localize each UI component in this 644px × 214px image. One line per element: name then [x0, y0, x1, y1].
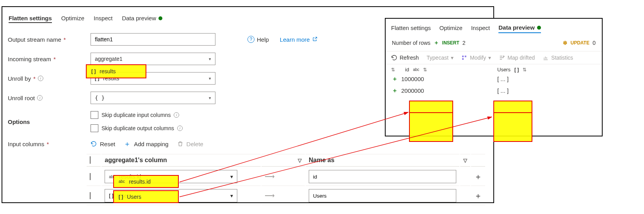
- skip-dup-output-checkbox[interactable]: [91, 124, 98, 132]
- update-icon: ✽: [563, 40, 568, 46]
- input-columns-label: Input columns*: [8, 141, 86, 147]
- chevron-down-icon: ▾: [230, 193, 233, 199]
- data-preview-panel: Flatten settings Optimize Inspect Data p…: [385, 18, 603, 136]
- help-link[interactable]: ? Help: [247, 36, 269, 43]
- name-as-input[interactable]: [309, 189, 456, 202]
- sort-icon[interactable]: ⇅: [391, 67, 402, 73]
- tab-flatten-settings[interactable]: Flatten settings: [9, 15, 52, 23]
- row-checkbox[interactable]: [90, 173, 91, 180]
- cell-users: [ ... ]: [497, 76, 509, 82]
- mapping-table: aggregate1's column ▽ Name as ▽ abc resu…: [86, 153, 486, 206]
- delete-button: Delete: [177, 141, 203, 147]
- output-stream-label: Output stream name*: [8, 36, 86, 43]
- chart-icon: [543, 55, 549, 61]
- tab-data-preview-label: Data preview: [122, 15, 156, 21]
- options-label: Options: [8, 118, 86, 125]
- incoming-stream-select[interactable]: aggregate1 ▾: [91, 53, 215, 65]
- output-stream-input[interactable]: [91, 33, 215, 46]
- highlight-col-users-header: [493, 101, 532, 113]
- chevron-down-icon: ▾: [451, 55, 454, 61]
- svg-rect-0: [462, 56, 464, 57]
- status-dot-icon: [158, 16, 162, 20]
- map-icon: [499, 55, 505, 61]
- unroll-root-select[interactable]: { } ▾: [91, 92, 215, 104]
- cell-users: [ ... ]: [497, 87, 509, 94]
- info-icon: i: [38, 76, 43, 81]
- skip-dup-input-checkbox[interactable]: [91, 111, 98, 119]
- preview-tab-optimize[interactable]: Optimize: [439, 24, 463, 33]
- add-row-button[interactable]: ＋: [471, 187, 485, 205]
- row-checkbox[interactable]: [90, 192, 91, 199]
- unroll-by-value: results: [103, 75, 119, 81]
- modify-icon: [461, 55, 468, 61]
- rows-label: Number of rows: [392, 40, 431, 46]
- array-icon: [ ]: [95, 76, 99, 81]
- learn-more-link[interactable]: Learn more: [280, 36, 318, 43]
- column-header-source[interactable]: aggregate1's column: [101, 154, 261, 167]
- column-header-id[interactable]: id: [405, 67, 409, 73]
- plus-icon: ＋: [124, 139, 131, 149]
- sort-icon[interactable]: ⇅: [423, 67, 427, 73]
- chevron-down-icon: ▾: [230, 173, 233, 180]
- highlight-col-users-body: [493, 113, 532, 142]
- statistics-button[interactable]: Statistics: [543, 55, 573, 61]
- refresh-button[interactable]: Refresh: [391, 55, 419, 61]
- cell-id: 2000000: [401, 87, 475, 94]
- insert-label: INSERT: [442, 40, 459, 46]
- maps-to-arrow-icon: ⟶: [262, 187, 305, 205]
- tab-optimize[interactable]: Optimize: [61, 15, 84, 23]
- reset-button[interactable]: Reset: [91, 141, 115, 147]
- svg-rect-2: [462, 58, 464, 60]
- typecast-button[interactable]: Typecast ▾: [427, 55, 454, 61]
- skip-dup-input-label: Skip duplicate input columns: [101, 112, 171, 118]
- add-mapping-button[interactable]: ＋ Add mapping: [124, 139, 168, 149]
- preview-tab-data-preview[interactable]: Data preview: [498, 24, 541, 33]
- array-icon: [ ]: [109, 193, 113, 198]
- table-row: [ ] Users ▾ ⟶ ＋: [87, 187, 485, 205]
- help-label: Help: [257, 36, 269, 43]
- modify-button[interactable]: Modify ▾: [461, 55, 491, 61]
- tab-data-preview[interactable]: Data preview: [122, 15, 162, 23]
- filter-icon[interactable]: ▽: [262, 154, 305, 167]
- add-mapping-label: Add mapping: [134, 141, 168, 147]
- string-type-icon: abc: [413, 67, 419, 72]
- map-drifted-label: Map drifted: [507, 55, 535, 61]
- map-drifted-button[interactable]: Map drifted: [499, 55, 535, 61]
- unroll-root-label: Unroll root i: [8, 95, 86, 101]
- learn-more-label: Learn more: [280, 36, 310, 43]
- statistics-label: Statistics: [551, 55, 573, 61]
- unroll-root-value: { }: [95, 95, 105, 101]
- insert-marker-icon: ＋: [391, 75, 398, 83]
- refresh-label: Refresh: [400, 55, 419, 61]
- unroll-by-label: Unroll by* i: [8, 75, 86, 82]
- unroll-by-select[interactable]: [ ] results ▾: [91, 72, 215, 85]
- string-type-icon: abc: [109, 175, 115, 179]
- data-row: ＋ 1000000 [ ... ]: [391, 73, 596, 84]
- filter-icon[interactable]: ▽: [460, 154, 470, 167]
- source-column-select[interactable]: abc results.id ▾: [105, 170, 237, 183]
- typecast-label: Typecast: [427, 55, 448, 61]
- select-all-checkbox[interactable]: [90, 156, 91, 164]
- refresh-icon: [391, 55, 397, 61]
- preview-tab-flatten[interactable]: Flatten settings: [391, 24, 431, 33]
- source-value: results.id: [119, 173, 141, 180]
- preview-tab-inspect[interactable]: Inspect: [471, 24, 490, 33]
- add-row-button[interactable]: ＋: [471, 168, 485, 186]
- tab-inspect[interactable]: Inspect: [94, 15, 112, 23]
- update-count: 0: [592, 40, 596, 46]
- external-link-icon: [312, 36, 318, 43]
- sort-icon[interactable]: ⇅: [523, 67, 527, 73]
- chevron-down-icon: ▾: [488, 55, 491, 61]
- chevron-down-icon: ▾: [209, 57, 211, 62]
- insert-count: 2: [463, 40, 466, 46]
- data-row: ＋ 2000000 [ ... ]: [391, 84, 596, 96]
- skip-dup-output-label: Skip duplicate output columns: [101, 125, 174, 131]
- help-icon: ?: [247, 36, 254, 43]
- source-column-select[interactable]: [ ] Users ▾: [105, 189, 237, 202]
- preview-tab-label: Data preview: [498, 24, 535, 31]
- refresh-icon: [91, 141, 97, 147]
- plus-icon: ＋: [434, 39, 439, 46]
- name-as-input[interactable]: [309, 170, 456, 183]
- column-header-users[interactable]: Users: [497, 67, 511, 73]
- column-header-name[interactable]: Name as: [306, 154, 459, 167]
